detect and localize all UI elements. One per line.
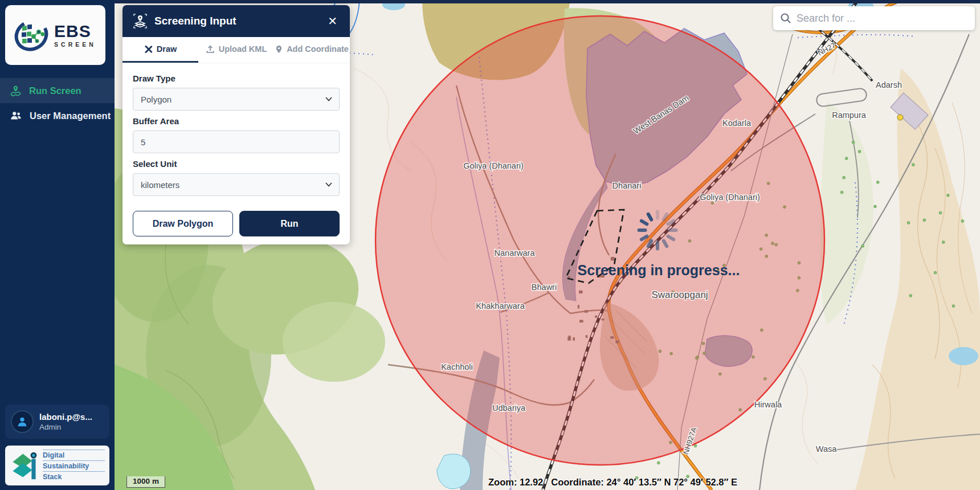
buffer-area-input[interactable]: [133, 130, 340, 153]
screening-input-icon: [133, 14, 148, 28]
tab-add-coordinate[interactable]: Add Coordinate: [274, 37, 350, 63]
panel-body: Draw Type Polygon Buffer Area Select Uni…: [122, 63, 350, 244]
map-label: Khakharwara: [476, 301, 525, 311]
draw-icon: [144, 45, 153, 54]
top-strip: [0, 0, 980, 3]
select-unit-label: Select Unit: [133, 159, 340, 169]
screening-buffer-circle: [375, 16, 824, 465]
logo-line1: EBS: [54, 23, 96, 40]
screening-input-panel: Screening Input ✕ Draw Upload KML Add Co…: [122, 5, 350, 244]
draw-type-select[interactable]: Polygon: [133, 88, 340, 111]
map-label: Goliya (Dhanari): [700, 193, 760, 202]
tab-label: Add Coordinate: [287, 44, 349, 54]
map-label: Goliya (Dhanari): [463, 161, 524, 170]
unit-value: kilometers: [141, 180, 179, 190]
pin-icon: [275, 45, 283, 54]
search-icon: [780, 13, 791, 24]
map-label: Hirwala: [754, 400, 782, 409]
tab-draw[interactable]: Draw: [122, 37, 198, 63]
run-screen-icon: [10, 85, 22, 97]
sidebar-nav: Run Screen User Management: [0, 78, 115, 128]
user-email: laboni.p@s...: [39, 412, 92, 422]
progress-text: Screening in progress...: [578, 262, 740, 279]
tab-label: Draw: [157, 44, 177, 54]
chevron-down-icon: [325, 182, 332, 187]
map-label: Kachholi: [441, 362, 473, 371]
sidebar-item-label: Run Screen: [29, 85, 81, 96]
map-label: Dhanari: [612, 181, 642, 190]
logo-line2: SCREEN: [54, 41, 96, 48]
map-label: Adarsh: [876, 80, 902, 89]
user-card[interactable]: laboni.p@s... Admin: [5, 405, 109, 439]
sidebar-item-label: User Management: [30, 111, 111, 121]
map-label: Rampura: [832, 111, 867, 120]
tab-label: Upload KML: [219, 44, 267, 54]
map-label: Wasa: [816, 444, 837, 454]
map-label: Kodarla: [722, 119, 752, 128]
map-label: Swaroopganj: [651, 289, 708, 300]
dss-logo-icon: [10, 450, 38, 481]
run-button[interactable]: Run: [239, 211, 340, 236]
person-icon: [16, 415, 28, 428]
panel-header: Screening Input ✕: [122, 5, 350, 37]
zoom-readout: Zoom: 12.92: [488, 477, 543, 487]
draw-type-value: Polygon: [141, 95, 172, 104]
avatar: [11, 410, 34, 433]
search-input[interactable]: [797, 13, 968, 24]
coordinate-readout: Coordinate: 24° 40′ 13.5″ N 72° 49′ 52.8…: [551, 477, 737, 487]
draw-type-label: Draw Type: [133, 74, 340, 83]
buffer-area-label: Buffer Area: [133, 116, 340, 126]
unit-select[interactable]: kilometers: [133, 173, 340, 196]
panel-title: Screening Input: [154, 15, 236, 27]
dss-logo-card: Digital Sustainability Stack: [5, 446, 109, 485]
map-status-line: Zoom: 12.92Coordinate: 24° 40′ 13.5″ N 7…: [488, 477, 745, 488]
user-role: Admin: [39, 423, 92, 431]
dss-line-3: Stack: [43, 471, 105, 482]
loading-spinner: [634, 206, 681, 254]
scale-bar: 1000 m: [126, 476, 165, 488]
app-logo: EBS SCREEN: [5, 5, 105, 65]
ebs-globe-icon: [14, 17, 51, 54]
sidebar-item-user-management[interactable]: User Management: [0, 103, 115, 128]
draw-polygon-button[interactable]: Draw Polygon: [133, 211, 233, 236]
map-label: Bhawri: [532, 283, 557, 292]
tab-upload-kml[interactable]: Upload KML: [198, 37, 274, 63]
chevron-down-icon: [325, 97, 332, 101]
sidebar: EBS SCREEN Run Screen User Management: [0, 0, 115, 490]
dss-line-1: Digital: [43, 450, 105, 460]
map-label: Udbariya: [492, 403, 526, 413]
dss-line-2: Sustainability: [43, 460, 105, 471]
panel-tabs: Draw Upload KML Add Coordinate: [122, 37, 350, 63]
search-box: [773, 6, 975, 30]
map-label: Nanarwara: [495, 248, 536, 258]
sidebar-item-run-screen[interactable]: Run Screen: [0, 78, 115, 103]
users-icon: [10, 110, 22, 121]
upload-icon: [206, 45, 215, 54]
close-icon[interactable]: ✕: [325, 14, 340, 28]
